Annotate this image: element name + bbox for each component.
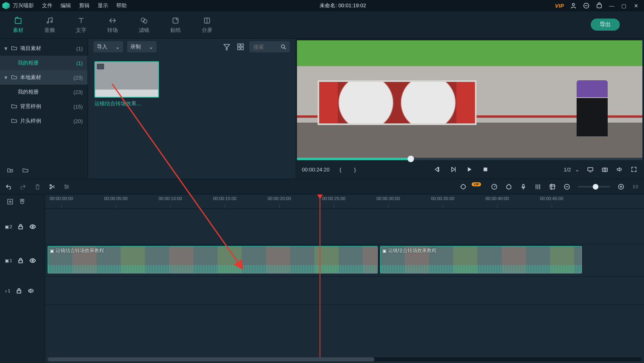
svg-rect-16: [588, 168, 593, 171]
account-icon[interactable]: [570, 2, 577, 9]
chevron-down-icon: ⌄: [115, 44, 120, 50]
filter-icon[interactable]: [222, 42, 232, 52]
add-folder-icon[interactable]: [6, 167, 14, 174]
zoom-knob[interactable]: [593, 184, 598, 190]
magnet-button[interactable]: [19, 198, 26, 205]
lock-icon[interactable]: [15, 287, 23, 294]
menu-file[interactable]: 文件: [38, 0, 56, 11]
grid-view-icon[interactable]: [236, 42, 245, 52]
stop-button[interactable]: [482, 166, 489, 173]
add-track-button[interactable]: [6, 198, 14, 205]
lock-icon[interactable]: [17, 223, 24, 230]
zoom-out-button[interactable]: [563, 183, 571, 190]
menu-edit[interactable]: 编辑: [56, 0, 75, 11]
workspace-tabs: 素材 音频 文字 转场 滤镜 贴纸 分屏 导出: [0, 11, 644, 39]
prev-frame-button[interactable]: [433, 166, 441, 173]
sidebar-item-intro[interactable]: 片头样例 (20): [0, 114, 88, 128]
speed-button[interactable]: [491, 183, 498, 190]
tab-filter[interactable]: 滤镜: [128, 11, 160, 38]
search-box[interactable]: [249, 41, 290, 52]
fullscreen-icon[interactable]: [630, 166, 638, 173]
message-icon[interactable]: [583, 2, 590, 9]
undo-button[interactable]: [5, 183, 12, 190]
open-folder-icon[interactable]: [22, 167, 29, 174]
svg-rect-27: [550, 184, 555, 189]
playhead[interactable]: [320, 194, 320, 357]
audio-track-1[interactable]: [45, 277, 644, 305]
play-button[interactable]: [466, 166, 473, 173]
svg-rect-11: [241, 44, 243, 46]
video-track-2[interactable]: [45, 209, 644, 244]
mark-out-button[interactable]: }: [351, 166, 359, 173]
marker-button[interactable]: [505, 183, 512, 190]
track-header-video-1[interactable]: ▣1: [0, 244, 45, 277]
folder-icon: [10, 117, 18, 125]
preview-zoom-dropdown[interactable]: 1/2 ⌄: [564, 167, 579, 173]
time-ruler[interactable]: 00:00:00:00 00:00:05:00 00:00:10:00 00:0…: [45, 194, 644, 209]
sidebar-item-my-album-2[interactable]: 我的相册 (23): [0, 85, 88, 99]
lock-icon[interactable]: [17, 257, 24, 264]
volume-icon[interactable]: [616, 166, 623, 173]
scrollbar-thumb[interactable]: [48, 357, 374, 361]
record-label: 录制: [130, 43, 141, 50]
delete-button[interactable]: [34, 183, 41, 190]
menu-help[interactable]: 帮助: [112, 0, 131, 11]
mute-icon[interactable]: [27, 287, 35, 294]
tab-sticker[interactable]: 贴纸: [160, 11, 191, 38]
timeline-clip-2[interactable]: ▣运镜结合转场效果教程: [380, 246, 582, 273]
clip-icon: ▣: [382, 248, 387, 254]
zoom-in-button[interactable]: [617, 183, 625, 190]
step-button[interactable]: [450, 166, 457, 173]
export-button[interactable]: 导出: [591, 19, 620, 31]
split-button[interactable]: [48, 183, 56, 190]
vip-pill: VIP: [472, 182, 481, 186]
vip-badge[interactable]: VIP: [555, 3, 564, 9]
timeline-scrollbar[interactable]: [48, 357, 642, 361]
store-icon[interactable]: [596, 2, 603, 9]
window-minimize[interactable]: —: [608, 3, 615, 9]
eye-icon[interactable]: [29, 223, 36, 230]
zoom-slider[interactable]: [578, 186, 610, 188]
sidebar-item-background[interactable]: 背景样例 (15): [0, 99, 88, 114]
track-header-video-2[interactable]: ▣2: [0, 209, 45, 244]
sidebar-item-label: 片头样例: [20, 117, 73, 125]
menu-clip[interactable]: 剪辑: [75, 0, 94, 11]
snapshot-icon[interactable]: [601, 166, 608, 173]
mark-in-button[interactable]: {: [337, 166, 344, 173]
tab-text[interactable]: 文字: [65, 11, 97, 38]
video-track-1[interactable]: ▣运镜结合转场效果教程 ▣运镜结合转场效果教程: [45, 244, 644, 277]
app-name: 万兴喵影: [13, 2, 36, 9]
sidebar-item-project[interactable]: ▼ 项目素材 (1): [0, 41, 88, 56]
timeline-clip-1[interactable]: ▣运镜结合转场效果教程: [48, 246, 378, 273]
sidebar-item-my-album-1[interactable]: 我的相册 (1): [0, 56, 88, 70]
redo-button[interactable]: [19, 183, 27, 190]
display-settings-icon[interactable]: [587, 166, 594, 173]
clip-name: 运镜结合转场效果教程: [388, 247, 437, 254]
tab-media[interactable]: 素材: [2, 11, 34, 38]
ai-tool-button[interactable]: [460, 183, 467, 190]
import-dropdown[interactable]: 导入 ⌄: [94, 41, 123, 52]
track-header-audio-1[interactable]: ♪1: [0, 277, 45, 305]
preview-zoom-value: 1/2: [564, 167, 571, 173]
timeline-view-button[interactable]: [632, 183, 639, 190]
sidebar-item-count: (15): [73, 104, 83, 110]
media-thumbnail[interactable]: 运镜结合转场效果…: [94, 61, 159, 107]
search-input[interactable]: [253, 44, 278, 50]
preview-canvas[interactable]: [297, 40, 642, 158]
preview-progress[interactable]: [297, 158, 642, 160]
sidebar-item-local[interactable]: ▼ 本地素材 (23): [0, 70, 88, 85]
crop-button[interactable]: [549, 183, 556, 190]
tab-audio[interactable]: 音频: [34, 11, 65, 38]
menu-view[interactable]: 显示: [94, 0, 112, 11]
window-close[interactable]: ✕: [633, 3, 639, 9]
adjust-button[interactable]: [63, 183, 70, 190]
eye-icon[interactable]: [29, 257, 36, 264]
window-maximize[interactable]: ▢: [621, 3, 627, 9]
audio-mixer-button[interactable]: [534, 183, 542, 190]
voiceover-button[interactable]: [520, 183, 527, 190]
tab-audio-label: 音频: [44, 27, 55, 34]
titlebar: 万兴喵影 文件 编辑 剪辑 显示 帮助 未命名: 00:01:19:02 VIP…: [0, 0, 644, 11]
tab-transition[interactable]: 转场: [97, 11, 128, 38]
record-dropdown[interactable]: 录制 ⌄: [127, 41, 157, 52]
tab-split[interactable]: 分屏: [191, 11, 223, 38]
